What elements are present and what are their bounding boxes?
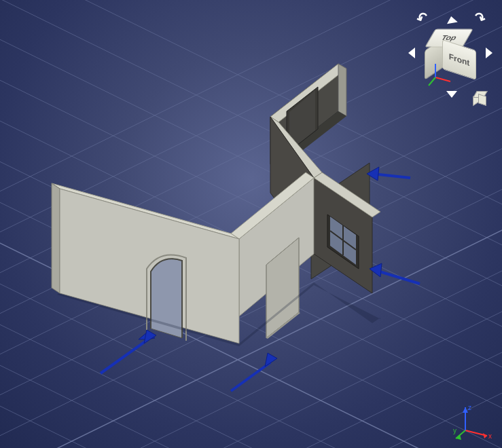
axes-indicator: x y z	[453, 402, 494, 443]
svg-marker-47	[52, 183, 60, 293]
cube-arrow-right-icon[interactable]	[486, 48, 492, 58]
navcube-reset-icon[interactable]	[473, 91, 486, 103]
cube-arrow-left-icon[interactable]	[408, 48, 415, 58]
rotate-cw-icon[interactable]: ↶	[471, 8, 489, 28]
svg-line-59	[435, 77, 450, 81]
rotate-ccw-icon[interactable]: ↶	[414, 8, 431, 28]
svg-line-53	[231, 362, 270, 391]
svg-marker-63	[483, 433, 487, 438]
navigation-cube[interactable]: ↶ ↶ Top Front	[407, 8, 495, 103]
cube-arrow-up-icon[interactable]	[446, 16, 457, 24]
svg-marker-54	[265, 353, 277, 367]
axis-y-label: y	[453, 427, 456, 434]
cube-face-front[interactable]: Front	[442, 39, 476, 80]
viewport-3d[interactable]: ↶ ↶ Top Front x y z	[0, 0, 502, 448]
cube-arrow-down-icon[interactable]	[446, 91, 457, 98]
axis-z-label: z	[468, 404, 471, 411]
svg-marker-28	[338, 64, 346, 116]
svg-marker-52	[144, 330, 156, 343]
svg-line-60	[429, 77, 435, 86]
svg-marker-67	[463, 407, 468, 413]
axis-x-label: x	[488, 432, 492, 440]
wall-center	[231, 172, 314, 339]
